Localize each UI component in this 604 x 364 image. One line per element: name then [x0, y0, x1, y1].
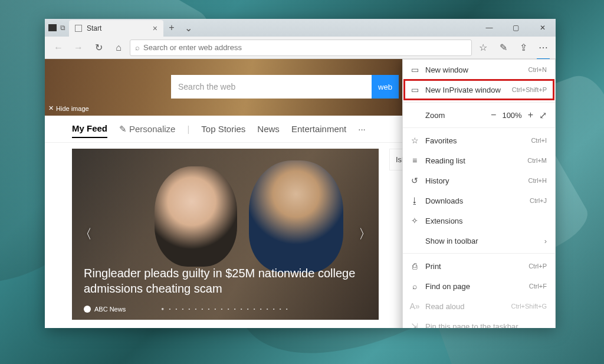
pin-icon: ⇲: [410, 322, 419, 328]
source-logo-icon: [84, 306, 91, 313]
close-window-button[interactable]: ✕: [529, 19, 556, 37]
page-icon: [75, 25, 82, 32]
content-area: Search the web web ✕ Hide image My Feed …: [45, 59, 556, 328]
menu-pin-taskbar: ⇲ Pin this page to the taskbar: [403, 316, 555, 328]
forward-button[interactable]: →: [70, 39, 87, 57]
refresh-button[interactable]: ↻: [90, 39, 107, 57]
app-icon: [48, 24, 57, 31]
headline-text: Ringleader pleads guilty in $25M nationw…: [84, 265, 367, 296]
tab-start[interactable]: Start ×: [69, 20, 163, 37]
carousel-prev-button[interactable]: 〈: [79, 225, 92, 243]
menu-new-inprivate[interactable]: ▭ New InPrivate window Ctrl+Shift+P: [403, 80, 555, 100]
nav-entertainment[interactable]: Entertainment: [291, 120, 346, 137]
minimize-button[interactable]: —: [476, 19, 503, 37]
print-icon: ⎙: [410, 261, 419, 271]
home-button[interactable]: ⌂: [110, 39, 127, 57]
hero-search-box[interactable]: Search the web: [171, 75, 372, 99]
extensions-icon: ✧: [410, 216, 419, 225]
nav-top-stories[interactable]: Top Stories: [201, 120, 245, 137]
headline-card[interactable]: 〈 〉 Ringleader pleads guilty in $25M nat…: [72, 149, 379, 320]
zoom-out-button[interactable]: −: [491, 110, 496, 120]
nav-personalize[interactable]: ✎ Personalize: [119, 124, 175, 135]
menu-print[interactable]: ⎙ Print Ctrl+P: [403, 256, 555, 276]
carousel-next-button[interactable]: 〉: [359, 225, 372, 243]
settings-dropdown-menu: ▭ New window Ctrl+N ▭ New InPrivate wind…: [402, 59, 556, 328]
favorite-button[interactable]: ☆: [474, 39, 492, 57]
close-tab-icon[interactable]: ×: [153, 24, 157, 33]
menu-reading-list[interactable]: ≡ Reading list Ctrl+M: [403, 150, 555, 170]
audio-icon: A»: [410, 301, 419, 311]
menu-downloads[interactable]: ⭳ Downloads Ctrl+J: [403, 191, 555, 211]
new-tab-button[interactable]: +: [163, 19, 180, 37]
star-icon: ☆: [410, 136, 419, 145]
hero-search-button[interactable]: web: [372, 75, 399, 99]
headline-source: ABC News: [84, 306, 126, 313]
menu-new-window[interactable]: ▭ New window Ctrl+N: [403, 60, 555, 80]
nav-myfeed[interactable]: My Feed: [72, 120, 107, 138]
menu-history[interactable]: ↺ History Ctrl+H: [403, 170, 555, 191]
back-button[interactable]: ←: [50, 39, 67, 57]
menu-zoom: Zoom − 100% + ⤢: [403, 105, 555, 125]
notes-button[interactable]: ✎: [494, 39, 512, 57]
download-icon: ⭳: [410, 196, 419, 205]
nav-news[interactable]: News: [257, 120, 280, 137]
zoom-level: 100%: [502, 111, 521, 120]
search-icon: ⌕: [135, 43, 140, 52]
tab-preview-icon[interactable]: ⧉: [60, 24, 65, 32]
titlebar: ⧉ Start × + ⌄ — ▢ ✕: [45, 19, 556, 37]
tab-actions-dropdown[interactable]: ⌄: [180, 19, 196, 37]
menu-show-in-toolbar[interactable]: Show in toolbar ›: [403, 231, 555, 251]
nav-more[interactable]: ···: [358, 120, 366, 137]
tab-title: Start: [87, 24, 101, 32]
menu-favorites[interactable]: ☆ Favorites Ctrl+I: [403, 130, 555, 150]
person-photo: [155, 166, 237, 267]
address-input[interactable]: [143, 43, 467, 52]
hide-image-button[interactable]: ✕ Hide image: [48, 104, 89, 112]
menu-find-on-page[interactable]: ⌕ Find on page Ctrl+F: [403, 276, 555, 296]
window-icon: ▭: [410, 65, 419, 74]
person-photo: [249, 160, 343, 273]
list-icon: ≡: [410, 156, 419, 165]
address-bar[interactable]: ⌕: [130, 40, 472, 56]
chevron-right-icon: ›: [544, 237, 547, 245]
carousel-dots[interactable]: ● • • • • • • • • • • • • • • • • • • •: [161, 306, 289, 311]
menu-read-aloud: A» Read aloud Ctrl+Shift+G: [403, 296, 555, 316]
share-button[interactable]: ⇪: [514, 39, 532, 57]
maximize-button[interactable]: ▢: [503, 19, 529, 37]
zoom-in-button[interactable]: +: [528, 110, 533, 120]
history-icon: ↺: [410, 176, 419, 185]
hero-search-placeholder: Search the web: [178, 82, 235, 91]
toolbar: ← → ↻ ⌂ ⌕ ☆ ✎ ⇪ ⋯: [45, 37, 556, 59]
fullscreen-button[interactable]: ⤢: [539, 110, 547, 121]
pencil-icon: ✎: [119, 124, 127, 135]
search-icon: ⌕: [410, 281, 419, 291]
menu-extensions[interactable]: ✧ Extensions: [403, 211, 555, 231]
browser-window: ⧉ Start × + ⌄ — ▢ ✕ ← → ↻ ⌂ ⌕ ☆ ✎ ⇪ ⋯: [45, 19, 556, 328]
close-icon: ✕: [48, 104, 54, 112]
settings-menu-button[interactable]: ⋯: [534, 39, 552, 57]
inprivate-icon: ▭: [410, 85, 419, 94]
